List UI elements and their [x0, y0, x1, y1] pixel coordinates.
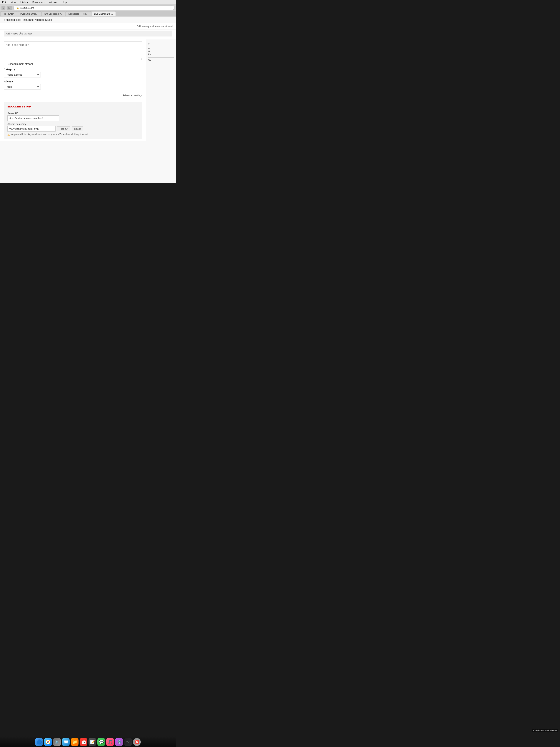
menu-window[interactable]: Window [49, 1, 57, 3]
back-button[interactable]: › [1, 6, 5, 10]
lock-icon: 🔒 [17, 7, 19, 9]
tab-dashboard-rest[interactable]: Dashboard – Rest... [66, 11, 91, 16]
schedule-label: Schedule next stream [8, 62, 33, 66]
hint-t: T [148, 43, 174, 46]
category-select[interactable]: People & Blogs [4, 72, 41, 77]
tab-multistream[interactable]: Fwd: Multi-Strea... [17, 11, 41, 16]
menu-bar: Edit View History Bookmarks Window Help [0, 0, 176, 4]
category-label: Category [4, 68, 142, 71]
questions-text: Still have questions about streami [137, 25, 173, 28]
stream-key-row: Hide (8) Reset [7, 126, 139, 132]
warning-row: ⚠ Anyone with this key can live stream o… [7, 133, 139, 136]
privacy-select[interactable]: Public [4, 84, 41, 89]
encoder-section: ENCODER SETUP ⠿ Server URL Stream name/k… [4, 102, 142, 139]
menu-help[interactable]: Help [62, 1, 67, 3]
description-input[interactable] [4, 41, 142, 60]
notice-text: e finished, click "Return to YouTube Stu… [4, 18, 54, 21]
tabs-bar: es - Twitch Fwd: Multi-Strea... (24) Das… [0, 11, 176, 17]
hint-to: To [148, 59, 174, 62]
questions-bar: Still have questions about streami [0, 23, 176, 29]
encoder-header: ENCODER SETUP ⠿ [7, 105, 139, 110]
encoder-drag-icon: ⠿ [136, 105, 139, 108]
privacy-label: Privacy [4, 80, 142, 83]
schedule-checkbox[interactable] [4, 62, 6, 65]
url-text: youtube.com [20, 6, 34, 9]
tab-twitch[interactable]: es - Twitch [1, 11, 17, 16]
form-section: Schedule next stream Category People & B… [0, 40, 146, 140]
tab-dashboard-24[interactable]: (24) Dashboard /... [41, 11, 65, 16]
hide-button[interactable]: Hide (8) [57, 126, 70, 131]
menu-history[interactable]: History [20, 1, 28, 3]
encoder-title: ENCODER SETUP [7, 105, 31, 108]
stream-key-label: Stream name/key [7, 123, 139, 125]
main-area: Schedule next stream Category People & B… [0, 40, 176, 140]
hint-re: Re [148, 53, 174, 56]
menu-view[interactable]: View [11, 1, 16, 3]
sidebar-hint: T W cr Re To [146, 40, 176, 140]
warning-icon: ⚠ [7, 133, 10, 136]
menu-bookmarks[interactable]: Bookmarks [32, 1, 45, 3]
page-content: e finished, click "Return to YouTube Stu… [0, 17, 176, 183]
stream-title-input[interactable] [4, 31, 172, 36]
tab-live-dashboard[interactable]: Live Dashboard -... [91, 11, 115, 16]
hint-w: W cr [148, 47, 174, 52]
schedule-row: Schedule next stream [4, 62, 142, 66]
browser-chrome: › ⊟ 🔒 youtube.com [0, 4, 176, 11]
address-bar[interactable]: 🔒 youtube.com [14, 5, 175, 10]
reset-button[interactable]: Reset [72, 126, 83, 131]
warning-text: Anyone with this key can live stream on … [11, 133, 88, 136]
server-url-label: Server URL [7, 112, 139, 115]
server-url-input[interactable] [7, 115, 59, 121]
menu-edit[interactable]: Edit [2, 1, 6, 3]
stream-key-input[interactable] [7, 126, 56, 132]
advanced-settings-link[interactable]: Advanced settings [4, 92, 142, 99]
top-section: e finished, click "Return to YouTube Stu… [0, 17, 176, 29]
sidebar-toggle-button[interactable]: ⊟ [7, 6, 12, 10]
stream-title-section [0, 29, 176, 40]
notice-bar: e finished, click "Return to YouTube Stu… [0, 17, 176, 23]
